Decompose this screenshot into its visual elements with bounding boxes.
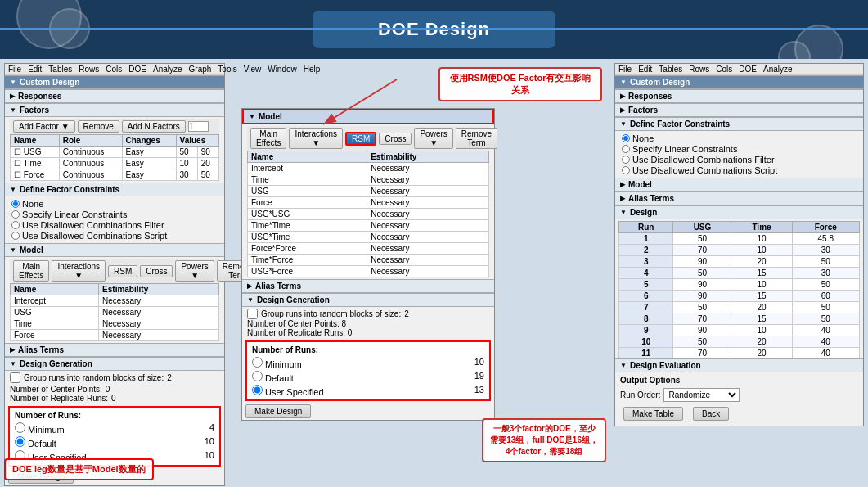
- middle-column: 使用RSM使DOE Factor有交互影响关系 ▼ Model Main Eff…: [225, 59, 610, 487]
- design-table-container: Run USG Time Force 1501045.8270103039020…: [615, 219, 863, 358]
- col-values: Values: [176, 135, 218, 147]
- popup-powers-btn[interactable]: Powers ▼: [414, 128, 452, 149]
- right-menubar: File Edit Tables Rows Cols DOE Analyze: [615, 64, 863, 75]
- menu-file[interactable]: File: [8, 65, 21, 74]
- menu-graph[interactable]: Graph: [189, 65, 212, 74]
- right-model-header[interactable]: ▶ Model: [615, 178, 863, 192]
- default-row: Default 10: [11, 435, 218, 449]
- number-of-runs-box: Number of Runs: Minimum 4 Default 10 Use…: [8, 406, 221, 467]
- factors-table: Name Role Changes Values ☐ USG Continuou…: [10, 134, 219, 181]
- right-menu-doe[interactable]: DOE: [739, 65, 757, 74]
- right-menu-analyze[interactable]: Analyze: [763, 65, 793, 74]
- popup-interactions-btn[interactable]: Interactions ▼: [289, 128, 343, 149]
- custom-design-header[interactable]: ▼ Custom Design: [5, 75, 224, 89]
- n-factors-input[interactable]: [188, 121, 209, 132]
- right-responses-header[interactable]: ▶ Responses: [615, 89, 863, 103]
- make-table-button[interactable]: Make Table: [623, 407, 683, 421]
- main-effects-btn[interactable]: Main Effects: [13, 260, 49, 282]
- menu-cols[interactable]: Cols: [106, 65, 122, 74]
- right-menu-tables[interactable]: Tables: [659, 65, 682, 74]
- table-row: ☐ Force Continuous Easy 30 50: [11, 169, 219, 181]
- constraint-filter: Use Disallowed Combinations Filter: [11, 220, 218, 230]
- table-row: ForceNecessary: [248, 197, 489, 209]
- popup-alias-terms[interactable]: ▶ Alias Terms: [242, 279, 494, 293]
- popup-center-pts: Number of Center Points: 8: [247, 319, 489, 328]
- design-generation-header[interactable]: ▼ Design Generation: [5, 357, 224, 371]
- cross-btn[interactable]: Cross: [140, 265, 173, 277]
- alias-terms-header[interactable]: ▶ Alias Terms: [5, 343, 224, 357]
- number-of-runs-label: Number of Runs:: [11, 409, 218, 422]
- design-generation-body: Group runs into random blocks of size: 2…: [5, 371, 224, 404]
- right-menu-cols[interactable]: Cols: [716, 65, 732, 74]
- table-row: 5901050: [619, 279, 860, 291]
- model-popup-header[interactable]: ▼ Model: [242, 109, 494, 124]
- right-menu-file[interactable]: File: [618, 65, 632, 74]
- run-order-select[interactable]: Randomize Sequential Keep the Same: [663, 388, 740, 402]
- center-points-row: Number of Center Points: 0: [10, 385, 219, 394]
- popup-rep-runs: Number of Replicate Runs: 0: [247, 328, 489, 337]
- constraint-linear: Specify Linear Constraints: [11, 210, 218, 219]
- minimum-row: Minimum 4: [11, 422, 218, 435]
- menu-analyze[interactable]: Analyze: [153, 65, 182, 74]
- col-role: Role: [59, 135, 122, 147]
- table-row: 7502050: [619, 302, 860, 313]
- callout-rsm: 使用RSM使DOE Factor有交互影响关系: [438, 67, 602, 101]
- popup-design-gen-body: Group runs into random blocks of size: 2…: [242, 307, 494, 339]
- model-popup-table: Name Estimability InterceptNecessary Tim…: [247, 151, 489, 277]
- table-row: ☐ USG Continuous Easy 50 90: [11, 147, 219, 158]
- menu-rows[interactable]: Rows: [79, 65, 99, 74]
- rsm-btn[interactable]: RSM: [108, 265, 137, 277]
- table-row: 10502040: [619, 336, 860, 348]
- right-menu-edit[interactable]: Edit: [638, 65, 652, 74]
- back-button[interactable]: Back: [693, 407, 729, 421]
- popup-main-effects-btn[interactable]: Main Effects: [250, 128, 286, 149]
- right-constraint-filter: Use Disallowed Combinations Filter: [622, 155, 857, 165]
- table-row: InterceptNecessary: [248, 163, 489, 174]
- remove-button[interactable]: Remove: [78, 120, 119, 133]
- table-row: Time*ForceNecessary: [248, 255, 489, 266]
- table-row: InterceptNecessary: [11, 295, 219, 307]
- col-usg: USG: [673, 222, 731, 233]
- popup-cross-btn[interactable]: Cross: [379, 133, 412, 145]
- add-factor-button[interactable]: Add Factor ▼: [13, 120, 75, 133]
- table-row: TimeNecessary: [11, 318, 219, 330]
- menu-edit[interactable]: Edit: [28, 65, 42, 74]
- replicate-runs-row: Number of Replicate Runs: 0: [10, 394, 219, 403]
- model-popup-body: Main Effects Interactions ▼ RSM Cross Po…: [242, 124, 494, 279]
- col-force: Force: [792, 222, 859, 233]
- left-column: File Edit Tables Rows Cols DOE Analyze G…: [0, 59, 225, 487]
- powers-btn[interactable]: Powers ▼: [175, 260, 214, 282]
- right-custom-design-header[interactable]: ▼ Custom Design: [615, 75, 863, 89]
- table-row: 4501530: [619, 268, 860, 279]
- design-evaluation-header[interactable]: ▼ Design Evaluation: [615, 358, 863, 372]
- define-factor-constraints-header[interactable]: ▼ Define Factor Constraints: [5, 183, 224, 196]
- table-row: 3902050: [619, 256, 860, 268]
- model-header[interactable]: ▼ Model: [5, 243, 224, 257]
- right-alias-header[interactable]: ▶ Alias Terms: [615, 192, 863, 205]
- main-content: File Edit Tables Rows Cols DOE Analyze G…: [0, 59, 868, 487]
- popup-user-row: User Specified 13: [249, 384, 488, 398]
- right-design-header[interactable]: ▼ Design: [615, 205, 863, 219]
- constraint-none: None: [11, 199, 218, 209]
- responses-header[interactable]: ▶ Responses: [5, 89, 224, 103]
- interactions-btn[interactable]: Interactions ▼: [52, 260, 106, 282]
- factors-header[interactable]: ▼ Factors: [5, 103, 224, 117]
- popup-remove-term-btn[interactable]: Remove Term: [456, 128, 497, 149]
- table-row: USG*TimeNecessary: [248, 232, 489, 243]
- popup-group-runs: Group runs into random blocks of size: 2: [247, 309, 489, 319]
- popup-rsm-btn[interactable]: RSM: [345, 132, 376, 146]
- popup-minimum-row: Minimum 10: [249, 356, 488, 370]
- col-changes: Changes: [122, 135, 176, 147]
- model-popup-toolbar: Main Effects Interactions ▼ RSM Cross Po…: [247, 126, 489, 151]
- right-menu-rows[interactable]: Rows: [689, 65, 709, 74]
- header: DOE Design: [0, 0, 868, 59]
- popup-design-gen[interactable]: ▼ Design Generation: [242, 293, 494, 307]
- add-n-factors-button[interactable]: Add N Factors: [122, 120, 186, 133]
- menu-tables[interactable]: Tables: [48, 65, 72, 74]
- model-table: Name Estimability InterceptNecessary USG…: [10, 283, 219, 341]
- menu-doe[interactable]: DOE: [128, 65, 146, 74]
- bottom-note-left: DOE leg数量是基于Model数量的: [4, 458, 154, 480]
- popup-make-design-btn[interactable]: Make Design: [245, 404, 311, 418]
- right-constraints-header[interactable]: ▼ Define Factor Constraints: [615, 117, 863, 131]
- right-factors-header[interactable]: ▶ Factors: [615, 103, 863, 117]
